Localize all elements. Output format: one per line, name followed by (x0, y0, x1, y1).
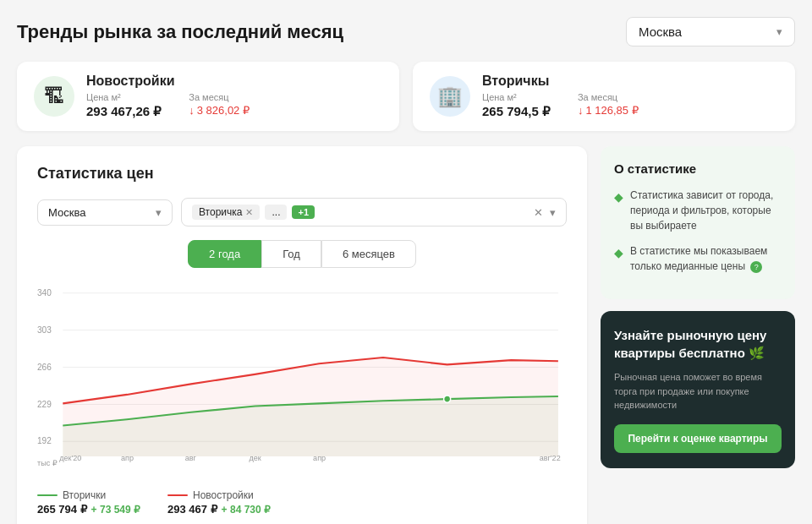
secondary-stats: Цена м² 265 794,5 ₽ За месяц ↓ 1 126,85 … (482, 92, 639, 119)
new-build-price-value: 293 467,26 ₽ (86, 104, 162, 119)
legend-green-dot (37, 494, 58, 496)
promo-title: Узнайте рыночную цену квартиры бесплатно… (614, 326, 782, 362)
secondary-name: Вторичкы (482, 74, 639, 89)
secondary-change-block: За месяц ↓ 1 126,85 ₽ (578, 92, 639, 119)
new-build-stats: Цена м² 293 467,26 ₽ За месяц ↓ 3 826,02… (86, 92, 250, 119)
secondary-change-label: За месяц (578, 92, 639, 102)
chart-legend: Вторички 265 794 ₽ + 73 549 ₽ Новостройк… (37, 484, 567, 516)
legend-secondary-label: Вторички (37, 489, 140, 501)
tag-plus-badge: +1 (292, 205, 315, 219)
svg-text:340: 340 (37, 288, 52, 297)
filters-row: Москва ▾ Вторичка ✕ ... +1 ✕ ▾ (37, 198, 567, 227)
new-build-change-block: За месяц ↓ 3 826,02 ₽ (189, 92, 250, 119)
new-build-price-block: Цена м² 293 467,26 ₽ (86, 92, 162, 119)
info-box: О статистике ◆ Статистика зависит от гор… (601, 146, 795, 299)
property-cards: 🏗 Новостройки Цена м² 293 467,26 ₽ За ме… (17, 62, 795, 131)
city-select-label: Москва (639, 25, 682, 39)
secondary-price-block: Цена м² 265 794,5 ₽ (482, 92, 551, 119)
svg-text:дек'20: дек'20 (59, 454, 81, 462)
svg-text:апр: апр (313, 454, 326, 462)
svg-text:авг: авг (185, 454, 197, 462)
card-secondary: 🏢 Вторичкы Цена м² 265 794,5 ₽ За месяц … (413, 62, 795, 131)
info-box-title: О статистике (614, 161, 782, 176)
info-item-2: ◆ В статистике мы показываем только меди… (614, 243, 782, 274)
city-filter-label: Москва (48, 206, 85, 219)
legend-new-values: 293 467 ₽ + 84 730 ₽ (167, 503, 271, 516)
tag-close-icon[interactable]: ✕ (245, 207, 253, 218)
city-select-header[interactable]: Москва ▾ (626, 17, 795, 46)
info-item-2-text: В статистике мы показываем только медиан… (630, 243, 782, 274)
new-build-info: Новостройки Цена м² 293 467,26 ₽ За меся… (86, 74, 250, 119)
diamond-icon-1: ◆ (614, 188, 623, 206)
svg-marker-12 (63, 358, 558, 456)
new-build-change-value: ↓ 3 826,02 ₽ (189, 104, 250, 117)
new-build-name: Новостройки (86, 74, 250, 89)
legend-secondary: Вторички 265 794 ₽ + 73 549 ₽ (37, 489, 140, 516)
filter-tags-inner: Вторичка ✕ ... +1 (192, 205, 315, 220)
svg-text:дек: дек (249, 454, 261, 462)
svg-text:апр: апр (121, 454, 134, 462)
chevron-type-icon: ▾ (550, 206, 556, 219)
new-build-change-label: За месяц (189, 92, 250, 102)
chart-svg: 340 303 266 229 192 тыс ₽ (37, 280, 567, 474)
legend-new-change: + 84 730 ₽ (222, 504, 271, 516)
side-panel: О статистике ◆ Статистика зависит от гор… (601, 146, 795, 524)
info-tooltip-icon[interactable]: ? (750, 261, 762, 273)
chart-panel: Статистика цен Москва ▾ Вторичка ✕ ... +… (17, 146, 587, 524)
filter-controls: ✕ ▾ (534, 206, 556, 219)
diamond-icon-2: ◆ (614, 244, 623, 262)
secondary-price-label: Цена м² (482, 92, 551, 102)
main-area: Статистика цен Москва ▾ Вторичка ✕ ... +… (17, 146, 795, 524)
legend-new-label: Новостройки (167, 489, 271, 501)
period-2years[interactable]: 2 года (188, 240, 261, 268)
tag-secondary-label: Вторичка (199, 206, 242, 218)
secondary-price-value: 265 794,5 ₽ (482, 104, 551, 119)
svg-text:303: 303 (37, 325, 52, 335)
arrow-down-icon: ↓ (189, 104, 195, 117)
chevron-city-icon: ▾ (156, 206, 162, 219)
svg-text:авг'22: авг'22 (540, 454, 561, 462)
info-item-1: ◆ Статистика зависит от города, периода … (614, 188, 782, 233)
type-filter-select[interactable]: Вторичка ✕ ... +1 ✕ ▾ (181, 198, 567, 227)
clear-filter-icon[interactable]: ✕ (534, 206, 543, 219)
svg-text:266: 266 (37, 362, 52, 371)
chevron-down-icon: ▾ (776, 25, 782, 38)
arrow-down-icon-2: ↓ (578, 104, 584, 117)
period-6months[interactable]: 6 месяцев (321, 240, 416, 268)
legend-secondary-change: + 73 549 ₽ (91, 504, 140, 516)
legend-new: Новостройки 293 467 ₽ + 84 730 ₽ (167, 489, 271, 516)
period-year[interactable]: Год (261, 240, 321, 268)
period-buttons: 2 года Год 6 месяцев (37, 240, 567, 268)
new-build-price-label: Цена м² (86, 92, 162, 102)
svg-text:192: 192 (37, 436, 52, 445)
new-build-icon: 🏗 (34, 76, 74, 117)
legend-secondary-values: 265 794 ₽ + 73 549 ₽ (37, 503, 140, 516)
svg-point-13 (444, 396, 451, 402)
svg-text:229: 229 (37, 399, 52, 408)
chart-title: Статистика цен (37, 165, 567, 183)
page-title: Тренды рынка за последний месяц (17, 21, 343, 43)
svg-text:тыс ₽: тыс ₽ (37, 458, 58, 467)
legend-red-dot (167, 494, 188, 496)
promo-desc: Рыночная цена поможет во время торга при… (614, 370, 782, 412)
secondary-info: Вторичкы Цена м² 265 794,5 ₽ За месяц ↓ … (482, 74, 639, 119)
promo-button[interactable]: Перейти к оценке квартиры (614, 424, 782, 453)
secondary-change-value: ↓ 1 126,85 ₽ (578, 104, 639, 117)
promo-box: Узнайте рыночную цену квартиры бесплатно… (601, 311, 795, 468)
tag-more: ... (265, 205, 287, 220)
card-new: 🏗 Новостройки Цена м² 293 467,26 ₽ За ме… (17, 62, 399, 131)
tag-secondary: Вторичка ✕ (192, 205, 260, 220)
chart-area: 340 303 266 229 192 тыс ₽ (37, 280, 567, 474)
secondary-icon: 🏢 (430, 76, 470, 117)
city-filter-select[interactable]: Москва ▾ (37, 199, 173, 226)
